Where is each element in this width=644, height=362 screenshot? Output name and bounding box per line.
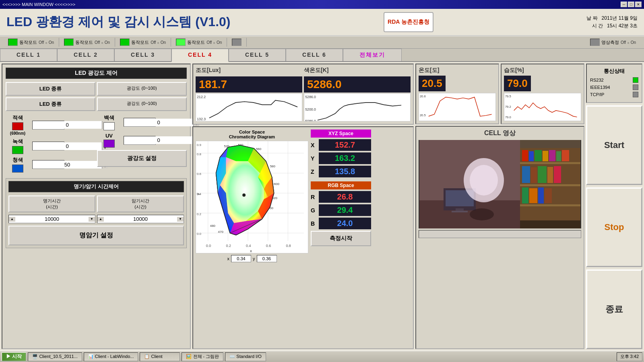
- taskbar-item-2[interactable]: 📊 Client - LabWindo...: [84, 352, 138, 361]
- svg-text:0.8: 0.8: [286, 244, 291, 248]
- led-intensity-label-1: 광강도 (0~100): [97, 82, 187, 96]
- rgb-g-label: G: [311, 207, 317, 214]
- svg-text:x: x: [250, 249, 252, 253]
- temp-chart-svg: 20.6 20.5: [419, 93, 495, 120]
- tab-cell5[interactable]: CELL 5: [229, 49, 286, 61]
- y-coord-field[interactable]: [257, 255, 277, 262]
- taskbar-item-1[interactable]: 🖥️ Client_10.5_2011...: [28, 352, 82, 361]
- maximize-button[interactable]: □: [628, 2, 634, 7]
- color-space-panel: Color Space Chromaticity Diagram: [192, 126, 414, 349]
- svg-text:132.3: 132.3: [197, 117, 206, 121]
- tcp-row: TCP/IP: [590, 92, 638, 97]
- dark-time-spin[interactable]: ▲ ▼: [97, 215, 184, 223]
- svg-text:5286.0: 5286.0: [305, 95, 316, 99]
- xy-coordinates: x y: [227, 255, 277, 262]
- green-row: 녹색 ▲ ▼: [6, 138, 95, 154]
- blue-value-field[interactable]: [33, 161, 102, 169]
- color-space-title: Color Space Chromaticity Diagram: [229, 130, 275, 139]
- tab-cell3[interactable]: CELL 3: [114, 49, 171, 61]
- light-time-spin-down[interactable]: ▼: [89, 217, 95, 222]
- op-indicator-5: [232, 39, 242, 46]
- tcp-label: TCP/IP: [590, 92, 604, 97]
- dark-time-field[interactable]: [104, 215, 177, 223]
- green-spin-input[interactable]: ▲ ▼: [32, 142, 64, 150]
- rgb-r-label: R: [311, 194, 317, 200]
- cell-image-status-bar: [419, 230, 581, 238]
- white-spin-input[interactable]: ▲ ▼: [124, 118, 156, 127]
- svg-text:79.5: 79.5: [505, 95, 511, 98]
- header-datetime: 날 짜 2011년 11월 9일 시 간 15시 42분 3초: [586, 14, 638, 30]
- x-coord-field[interactable]: [231, 255, 251, 262]
- rs232-row: RS232: [590, 77, 638, 83]
- uv-label: UV: [97, 133, 121, 148]
- taskbar-item-3[interactable]: 📋 Client: [140, 352, 180, 361]
- led-type-btn-1[interactable]: LED 종류: [6, 82, 95, 96]
- lux-chart: 212.2 132.3: [196, 93, 302, 121]
- blue-spin-input[interactable]: ▲ ▼: [32, 160, 64, 169]
- svg-text:600: 600: [274, 182, 280, 186]
- colortemp-chart-svg: 5286.0 5200.0 5086.0: [304, 94, 410, 121]
- cell-image-panel: CELL 영상: [415, 126, 584, 349]
- humidity-chart-svg: 79.5 79.2 79.0: [504, 93, 581, 120]
- svg-text:0.8: 0.8: [197, 152, 202, 156]
- rgb-b-label: B: [311, 220, 317, 227]
- time-row: 시 간 15시 42분 3초: [586, 23, 638, 29]
- green-value-field[interactable]: [33, 142, 102, 150]
- taskbar-item-4[interactable]: 🖼️ 전체 - 그림판: [182, 352, 223, 361]
- measure-button[interactable]: 측정시작: [311, 231, 371, 246]
- comm-status-panel: 통신상태 RS232 IEEE1394 TCP/IP: [586, 64, 642, 103]
- stop-button[interactable]: Stop: [586, 187, 642, 267]
- timer-set-btn-container: 명암기 설정: [8, 226, 184, 245]
- white-value-field[interactable]: [124, 119, 193, 126]
- taskbar: ▶ 시작 🖥️ Client_10.5_2011... 📊 Client - L…: [0, 351, 644, 362]
- title-bar-title: <<<>>>> MAIN WINDOW <<<<>>>>: [2, 2, 75, 7]
- op-toggle-2: Off ⬦ On: [95, 40, 110, 45]
- logo: RDA 농촌진흥청: [384, 12, 433, 32]
- color-controls-left: 적색 (690nm) ▲ ▼: [6, 114, 95, 175]
- svg-rect-68: [549, 150, 555, 161]
- op-toggle-4: Off ⬦ On: [206, 40, 222, 45]
- x-coord-label: x: [227, 256, 230, 261]
- rgb-g-row: G 29.4: [311, 204, 371, 216]
- time-value: 15시 42분 3초: [607, 23, 638, 29]
- tcp-indicator: [633, 92, 638, 97]
- red-spin-input[interactable]: ▲ ▼: [32, 121, 64, 130]
- ieee-indicator: [633, 84, 638, 90]
- svg-rect-65: [529, 151, 534, 161]
- tab-cell6[interactable]: CELL 6: [286, 49, 343, 61]
- tab-cell1[interactable]: CELL 1: [0, 49, 57, 61]
- taskbar-clock: 오후 3:42: [617, 352, 642, 361]
- xyz-x-row: X 152.7: [311, 139, 371, 151]
- light-time-spin-up[interactable]: ▲: [9, 217, 15, 222]
- dark-time-spin-up[interactable]: ▲: [97, 217, 104, 222]
- start-button[interactable]: Start: [586, 105, 642, 185]
- svg-rect-75: [554, 166, 561, 183]
- op-indicator-4: [176, 39, 186, 46]
- light-time-field[interactable]: [15, 215, 89, 223]
- uv-spin-input[interactable]: ▲ ▼: [124, 136, 156, 145]
- svg-rect-73: [538, 166, 547, 183]
- op-toggle-3: Off ⬦ On: [151, 40, 166, 45]
- temp-display: 20.5: [419, 76, 446, 91]
- led-type-btn-2[interactable]: LED 종류: [6, 97, 95, 111]
- xyz-title: XYZ Space: [311, 130, 371, 138]
- close-button[interactable]: ✕: [635, 2, 642, 7]
- intensity-set-button[interactable]: 광강도 설정: [97, 150, 187, 167]
- timer-set-button[interactable]: 명암기 설정: [8, 226, 184, 245]
- op-mode-cell-5: [227, 38, 247, 47]
- light-time-spin[interactable]: ▲ ▼: [8, 215, 95, 223]
- green-swatch: [12, 146, 23, 154]
- tab-all[interactable]: 전체보기: [343, 49, 402, 61]
- tab-cell4[interactable]: CELL 4: [171, 49, 229, 62]
- taskbar-item-5[interactable]: ⌨️ Standard I/O: [225, 352, 266, 361]
- uv-value-field[interactable]: [124, 136, 193, 144]
- red-value-field[interactable]: [33, 121, 102, 129]
- tab-cell2[interactable]: CELL 2: [57, 49, 114, 61]
- end-button[interactable]: 종료: [586, 269, 642, 349]
- minimize-button[interactable]: ─: [621, 2, 627, 7]
- dark-time-spin-down[interactable]: ▼: [177, 217, 184, 222]
- svg-text:0.4: 0.4: [246, 244, 251, 248]
- dark-time-label: 암기시간(시간): [97, 195, 184, 212]
- svg-rect-67: [543, 151, 548, 161]
- start-menu-button[interactable]: ▶ 시작: [2, 352, 26, 361]
